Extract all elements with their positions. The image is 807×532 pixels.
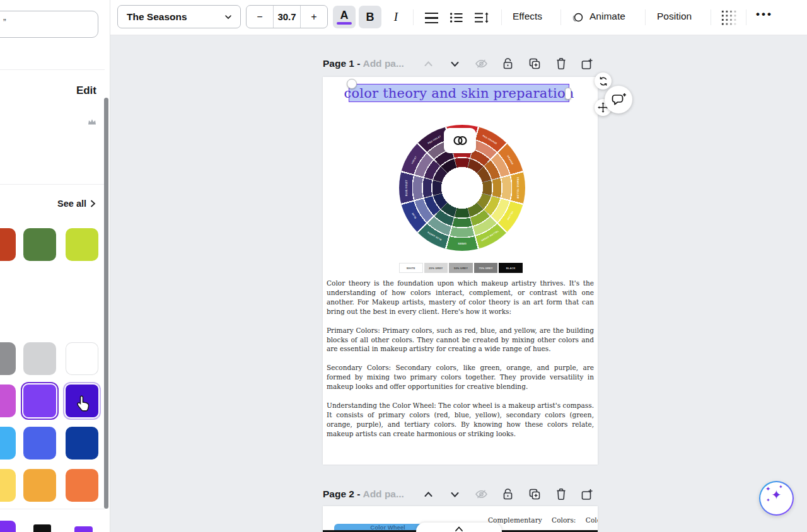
page2-label[interactable]: Page 2 - [323, 489, 360, 500]
paragraph: Primary Colors: Primary colors, such as … [327, 326, 594, 354]
divider [0, 509, 105, 509]
rotate-handle-button[interactable] [595, 72, 612, 90]
collapse-pages-handle[interactable] [416, 523, 502, 532]
canva-assistant-button[interactable]: ✦ ✦ ✦ ✦ [759, 481, 794, 516]
link-badge-button[interactable] [444, 128, 476, 153]
duplicate-page-button[interactable] [521, 57, 548, 71]
page-title[interactable]: color theory and skin preparation [344, 86, 574, 101]
list-button[interactable] [447, 9, 466, 26]
effects-button[interactable]: Effects [513, 11, 542, 22]
spacing-button[interactable] [472, 9, 491, 26]
chevron-down-icon [224, 13, 233, 21]
color-swatch[interactable] [66, 469, 98, 502]
color-swatch[interactable] [33, 524, 51, 532]
grayscale-label: WHITE [407, 267, 415, 270]
link-icon [451, 134, 469, 147]
hide-page-button[interactable] [468, 57, 495, 71]
divider [746, 9, 746, 25]
text-color-swatch [337, 22, 352, 25]
selection-side-handle[interactable] [565, 88, 571, 100]
font-size-decrease-button[interactable]: − [247, 6, 273, 28]
duplicate-page-button[interactable] [521, 487, 548, 501]
hide-page-button[interactable] [468, 487, 495, 501]
selection-handle[interactable] [347, 79, 357, 89]
move-down-icon [449, 58, 461, 70]
font-size-increase-button[interactable]: + [300, 6, 327, 28]
color-swatch[interactable] [23, 342, 56, 375]
color-swatch[interactable] [23, 469, 56, 502]
page2-header: Page 2 - Add pa... [323, 487, 601, 501]
grayscale-swatch: 25% GREY [424, 263, 448, 273]
page1-label[interactable]: Page 1 - [323, 58, 360, 69]
color-swatch[interactable] [66, 427, 98, 460]
move-page-down-button[interactable] [442, 487, 468, 501]
position-button[interactable]: Position [657, 11, 692, 22]
see-all-link[interactable]: See all [57, 199, 96, 209]
color-swatch[interactable] [0, 342, 16, 375]
move-up-icon [422, 58, 434, 70]
sparkle-icon: ✦ [765, 485, 770, 492]
lock-page-button[interactable] [495, 487, 521, 501]
animate-button[interactable]: Animate [589, 11, 625, 22]
delete-page-button[interactable] [548, 487, 574, 501]
sidebar-scrollbar[interactable] [104, 98, 108, 509]
title-text-element[interactable]: color theory and skin preparation [349, 84, 569, 102]
delete-page-icon [555, 488, 567, 500]
add-page-icon [581, 58, 594, 70]
font-size-value[interactable]: 30.7 [273, 6, 300, 28]
transparency-button[interactable] [719, 9, 738, 26]
page1-canvas[interactable]: color theory and skin preparation REDRED… [323, 77, 598, 465]
add-page-button[interactable] [574, 57, 601, 71]
transparency-icon [721, 9, 738, 26]
color-swatch[interactable] [66, 228, 98, 261]
italic-button[interactable]: I [385, 6, 407, 28]
body-text-element[interactable]: Color theory is the foundation upon whic… [327, 279, 594, 448]
delete-page-button[interactable] [548, 57, 574, 71]
lock-page-button[interactable] [495, 57, 521, 71]
move-page-up-button[interactable] [415, 57, 442, 71]
paragraph: Secondary Colors: Secondary colors, like… [327, 363, 594, 391]
bullet-list-icon [450, 12, 463, 23]
add-comment-button[interactable] [605, 86, 632, 113]
color-swatch[interactable] [0, 469, 16, 502]
page1-title-placeholder[interactable]: Add pa... [363, 58, 404, 69]
add-comment-icon [611, 93, 627, 107]
duplicate-page-icon [528, 488, 541, 500]
sidebar-textbox[interactable]: ” [0, 11, 98, 38]
grayscale-swatch: WHITE [399, 263, 423, 273]
color-swatch-hovered[interactable] [66, 385, 98, 417]
color-swatch[interactable] [23, 427, 56, 460]
delete-page-icon [555, 57, 567, 70]
see-all-chevron-icon [90, 200, 96, 207]
font-family-selector[interactable]: The Seasons [117, 5, 241, 28]
sidebar-textbox-text: ” [3, 17, 6, 27]
move-page-up-button[interactable] [415, 487, 442, 501]
color-swatch[interactable] [66, 342, 98, 375]
grayscale-swatch: BLACK [499, 263, 523, 273]
edit-heading: Edit [76, 84, 96, 97]
hide-page-icon [475, 59, 488, 69]
color-swatch[interactable] [23, 228, 56, 261]
editor-sidebar: ” Edit See all [0, 0, 110, 532]
move-down-icon [449, 489, 461, 500]
lock-icon [502, 488, 513, 500]
color-swatch[interactable] [74, 526, 93, 532]
color-swatch-selected[interactable] [23, 385, 56, 417]
color-swatch[interactable] [0, 385, 16, 417]
animate-icon [568, 9, 587, 27]
page2-canvas[interactable]: Complementary Colors: Colors Color Wheel [323, 506, 598, 532]
bold-button[interactable]: B [359, 6, 381, 28]
alignment-button[interactable] [422, 9, 441, 26]
page2-title-placeholder[interactable]: Add pa... [363, 489, 404, 500]
duplicate-page-icon [528, 57, 541, 70]
more-button[interactable]: ••• [756, 8, 773, 21]
color-swatch[interactable] [0, 228, 16, 261]
add-page-button[interactable] [574, 487, 601, 501]
justify-icon [425, 13, 438, 23]
color-swatch[interactable] [0, 521, 16, 532]
paragraph: Understanding the Color Wheel: The color… [327, 401, 594, 439]
text-color-button[interactable]: A [333, 6, 356, 28]
page1-header: Page 1 - Add pa... [323, 57, 601, 71]
color-swatch[interactable] [0, 427, 16, 460]
move-page-down-button[interactable] [442, 57, 468, 71]
